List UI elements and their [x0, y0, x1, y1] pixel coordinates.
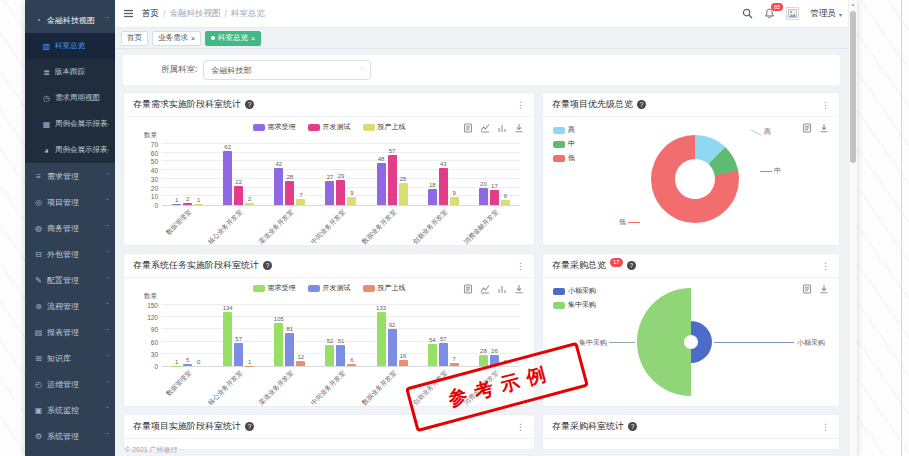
- line-chart-icon[interactable]: [480, 284, 490, 294]
- legend-item[interactable]: 开发测试: [308, 122, 351, 132]
- avatar[interactable]: [786, 7, 799, 20]
- kebab-menu-icon[interactable]: [821, 261, 830, 271]
- download-icon[interactable]: [819, 284, 829, 294]
- legend-label: 投产上线: [378, 122, 406, 132]
- sidebar-item-dept-overview[interactable]: ▥科室总览: [25, 33, 115, 59]
- download-icon[interactable]: [514, 284, 524, 294]
- bar: 52: [325, 345, 334, 366]
- sidebar-item-config-mgmt[interactable]: ✎配置管理ˇ: [25, 267, 115, 293]
- sidebar-item-fintech-view[interactable]: ◔金融科技视图ˆ: [25, 7, 115, 33]
- tab-business-demand[interactable]: 业务需求: [152, 31, 201, 46]
- tab-dept-overview[interactable]: 科室总览: [205, 31, 261, 46]
- breadcrumb-item[interactable]: 首页: [142, 8, 159, 20]
- bar-value-label: 62: [224, 144, 231, 150]
- panel-header: 存量项目优先级总览: [543, 93, 839, 117]
- kebab-menu-icon[interactable]: [516, 422, 525, 432]
- pie-callout-label: 低: [619, 217, 640, 227]
- pie-icon: ◔: [34, 16, 43, 25]
- data-view-icon[interactable]: [463, 284, 473, 294]
- bar-group: 28260: [469, 305, 520, 366]
- data-view-icon[interactable]: [802, 284, 812, 294]
- bar-group: 485725: [367, 144, 418, 205]
- bar-value-label: 92: [389, 322, 396, 328]
- panel-header: 存量需求实施阶段科室统计: [124, 93, 534, 117]
- y-tick-label: 40: [151, 167, 158, 174]
- user-menu[interactable]: 管理员: [810, 8, 842, 20]
- bar-chart-icon[interactable]: [497, 284, 507, 294]
- sidebar-item-project-mgmt[interactable]: ◎项目管理ˇ: [25, 189, 115, 215]
- legend-item[interactable]: 小额采购: [553, 286, 596, 296]
- sidebar-item-system-mgmt[interactable]: ⚙系统管理ˇ: [25, 423, 115, 449]
- panel-header: 存量采购科室统计: [543, 415, 839, 439]
- tab-home[interactable]: 首页: [121, 31, 148, 46]
- help-icon[interactable]: [627, 261, 636, 270]
- sidebar-item-outsourcing-mgmt[interactable]: ⊟外包管理ˇ: [25, 241, 115, 267]
- line-chart-icon[interactable]: [480, 123, 490, 133]
- search-icon[interactable]: [742, 8, 753, 19]
- help-icon[interactable]: [637, 100, 646, 109]
- sidebar-item-system-monitor[interactable]: ▣系统监控ˇ: [25, 397, 115, 423]
- download-icon[interactable]: [819, 123, 829, 133]
- help-icon[interactable]: [263, 261, 272, 270]
- legend-item[interactable]: 集中采购: [553, 300, 596, 310]
- procurement-rose-chart: 小额采购集中采购集中采购小额采购: [543, 278, 839, 405]
- scrollbar-up-arrow[interactable]: [849, 0, 857, 9]
- sidebar-item-knowledge-base[interactable]: ⊞知识库ˇ: [25, 345, 115, 371]
- legend-swatch: [308, 285, 320, 292]
- sidebar-item-weekly-report-project[interactable]: ▦周例会展示报表-项目: [25, 111, 115, 137]
- sidebar-item-version-tracking[interactable]: ≣版本跟踪: [25, 59, 115, 85]
- legend-item[interactable]: 投产上线: [363, 122, 406, 132]
- close-icon[interactable]: [251, 35, 255, 42]
- kebab-menu-icon[interactable]: [821, 422, 830, 432]
- department-select-value: 金融科技部: [211, 65, 251, 76]
- legend-item[interactable]: 中: [553, 139, 575, 149]
- department-select[interactable]: 金融科技部: [203, 60, 371, 80]
- y-tick-label: 60: [151, 338, 158, 345]
- close-icon[interactable]: [191, 35, 195, 42]
- help-icon[interactable]: [245, 100, 254, 109]
- sidebar-item-label: 周例会展示报表-采购: [55, 145, 109, 155]
- chevron-down-icon: [361, 66, 364, 75]
- bar-chart-icon[interactable]: [497, 123, 507, 133]
- download-icon[interactable]: [514, 123, 524, 133]
- data-view-icon[interactable]: [802, 123, 812, 133]
- data-view-icon[interactable]: [463, 123, 473, 133]
- legend-item[interactable]: 投产上线: [363, 283, 406, 293]
- scrollbar-thumb[interactable]: [850, 11, 856, 163]
- kebab-menu-icon[interactable]: [516, 261, 525, 271]
- legend-item[interactable]: 高: [553, 125, 575, 135]
- sidebar-item-report-mgmt[interactable]: ▤报表管理ˇ: [25, 319, 115, 345]
- active-tab-dot: [211, 36, 215, 40]
- y-tick-label: 0: [154, 202, 158, 209]
- help-icon[interactable]: [245, 422, 254, 431]
- kebab-menu-icon[interactable]: [516, 100, 525, 110]
- bar: 25: [399, 183, 408, 205]
- hamburger-icon[interactable]: [123, 8, 134, 19]
- help-icon[interactable]: [628, 422, 637, 431]
- sidebar-item-demand-mgmt[interactable]: ≡需求管理ˇ: [25, 163, 115, 189]
- legend-swatch: [553, 127, 565, 134]
- slice-label: 高: [764, 127, 771, 137]
- legend-swatch: [308, 124, 320, 131]
- rose-slice-large: [637, 288, 691, 396]
- legend-label: 中: [568, 139, 575, 149]
- sidebar-item-weekly-report-procurement[interactable]: ◕周例会展示报表-采购: [25, 137, 115, 163]
- legend-item[interactable]: 开发测试: [308, 283, 351, 293]
- bar-value-label: 2: [248, 196, 251, 202]
- scrollbar[interactable]: [848, 0, 857, 456]
- chevron-down-icon: ˇ: [106, 252, 109, 256]
- filter-label: 所属科室:: [161, 64, 197, 76]
- bar: 57: [234, 343, 243, 366]
- notification-bell-icon[interactable]: 85: [764, 8, 775, 19]
- y-axis-name: 数量: [144, 292, 157, 301]
- sidebar-item-ops-mgmt[interactable]: ◴运维管理ˇ: [25, 371, 115, 397]
- x-category-label: 核心业务开发室: [207, 369, 246, 407]
- legend-item[interactable]: 低: [553, 153, 575, 163]
- legend-item[interactable]: 需求受理: [253, 283, 296, 293]
- sidebar-item-process-mgmt[interactable]: ⊛流程管理ˇ: [25, 293, 115, 319]
- sidebar-item-demand-cycle-view[interactable]: ◷需求周期视图: [25, 85, 115, 111]
- sidebar-item-label: 外包管理: [47, 249, 79, 260]
- kebab-menu-icon[interactable]: [821, 100, 830, 110]
- legend-item[interactable]: 需求受理: [253, 122, 296, 132]
- sidebar-item-business-mgmt[interactable]: ◍商务管理ˇ: [25, 215, 115, 241]
